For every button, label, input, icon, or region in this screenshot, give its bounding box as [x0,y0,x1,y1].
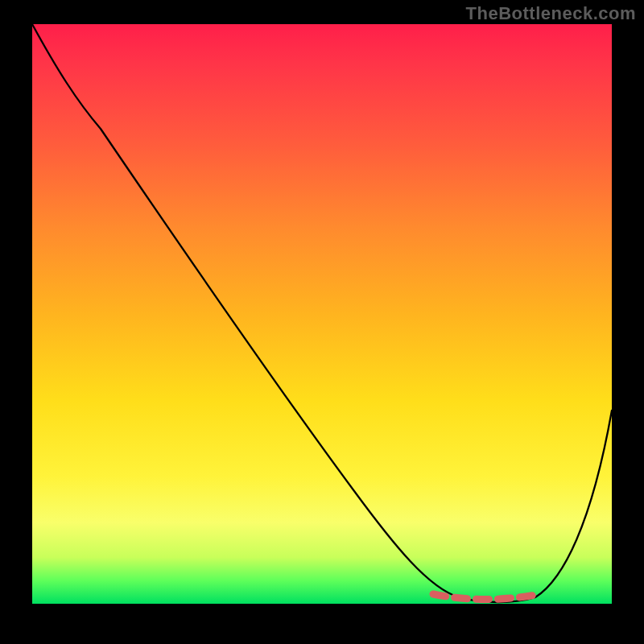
bottleneck-curve [32,24,612,602]
chart-svg [32,24,612,604]
watermark-text: TheBottleneck.com [466,3,636,24]
optimal-zone-marker [433,594,541,600]
chart-frame: TheBottleneck.com [0,0,644,644]
plot-area [32,24,612,604]
